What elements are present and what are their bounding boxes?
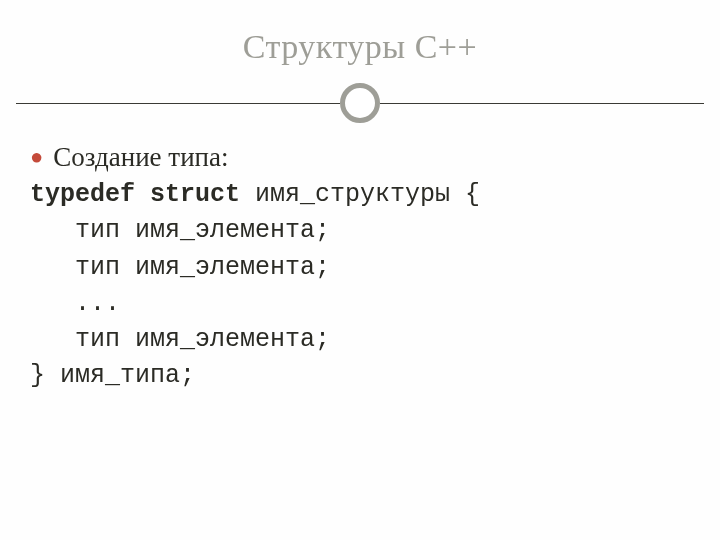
code-line-4: ... bbox=[30, 289, 120, 318]
divider-circle-icon bbox=[340, 83, 380, 123]
divider-line-right bbox=[380, 103, 704, 104]
keyword-typedef: typedef bbox=[30, 180, 135, 209]
code-line-5: тип имя_элемента; bbox=[30, 325, 330, 354]
title-area: Структуры С++ bbox=[0, 0, 720, 66]
divider bbox=[0, 82, 720, 124]
keyword-struct: struct bbox=[150, 180, 240, 209]
slide-title: Структуры С++ bbox=[0, 28, 720, 66]
bullet-icon: ● bbox=[30, 146, 43, 168]
code-block: typedef struct имя_структуры { тип имя_э… bbox=[30, 177, 690, 395]
code-line-6: } имя_типа; bbox=[30, 361, 195, 390]
code-line-2: тип имя_элемента; bbox=[30, 216, 330, 245]
bullet-heading: ● Создание типа: bbox=[30, 142, 690, 173]
divider-line-left bbox=[16, 103, 340, 104]
heading-text: Создание типа: bbox=[53, 142, 228, 173]
slide: Структуры С++ ● Создание типа: typedef s… bbox=[0, 0, 720, 540]
content-area: ● Создание типа: typedef struct имя_стру… bbox=[0, 132, 720, 395]
code-line-1-rest: имя_структуры { bbox=[240, 180, 480, 209]
code-line-3: тип имя_элемента; bbox=[30, 253, 330, 282]
